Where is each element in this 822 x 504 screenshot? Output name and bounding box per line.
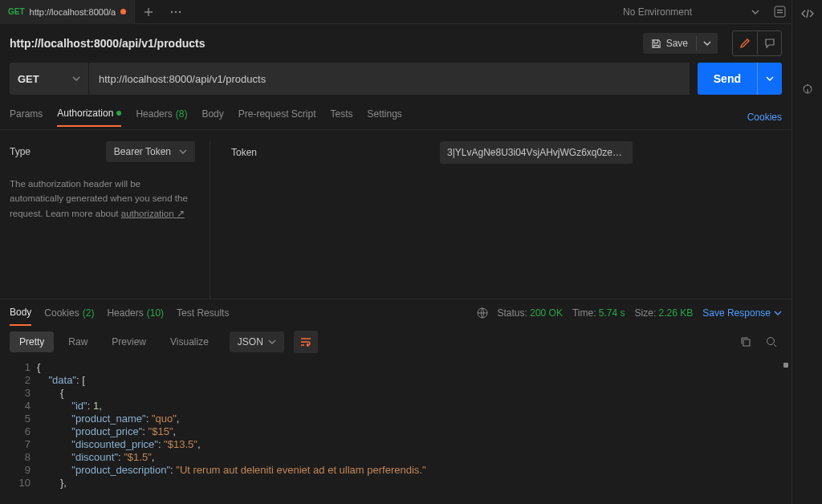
save-button[interactable]: Save bbox=[643, 33, 696, 54]
wrap-lines-icon[interactable] bbox=[294, 331, 318, 353]
response-tab-cookies[interactable]: Cookies (2) bbox=[44, 301, 94, 325]
response-body[interactable]: 12345678910 { "data": [ { "id": 1, "prod… bbox=[0, 358, 791, 504]
tab-headers[interactable]: Headers (8) bbox=[136, 108, 187, 126]
svg-rect-4 bbox=[777, 10, 783, 10]
cookies-link[interactable]: Cookies bbox=[747, 112, 782, 123]
unsaved-indicator-icon bbox=[120, 9, 126, 14]
request-tab[interactable]: GET http://localhost:8000/a bbox=[0, 0, 135, 24]
code-icon[interactable] bbox=[800, 6, 815, 21]
tab-params[interactable]: Params bbox=[10, 108, 43, 126]
response-toolbar: Pretty Raw Preview Visualize JSON bbox=[0, 326, 791, 358]
send-button[interactable]: Send bbox=[698, 63, 757, 95]
save-response-button[interactable]: Save Response bbox=[702, 307, 782, 319]
tab-method: GET bbox=[8, 7, 25, 16]
request-title: http://localhost:8000/api/v1/products bbox=[10, 37, 206, 50]
view-raw[interactable]: Raw bbox=[59, 331, 97, 352]
request-header: http://localhost:8000/api/v1/products Sa… bbox=[0, 24, 791, 63]
response-tab-tests[interactable]: Test Results bbox=[177, 301, 229, 325]
save-button-group: Save bbox=[643, 33, 718, 54]
response-tab-body[interactable]: Body bbox=[10, 300, 31, 326]
request-url-row: GET Send bbox=[0, 63, 791, 95]
auth-help-text: The authorization header will be automat… bbox=[10, 177, 195, 221]
token-input[interactable] bbox=[440, 141, 633, 164]
svg-point-8 bbox=[767, 338, 775, 345]
svg-point-1 bbox=[175, 10, 177, 12]
info-icon[interactable] bbox=[800, 82, 815, 96]
svg-point-2 bbox=[179, 10, 181, 12]
url-input[interactable] bbox=[88, 63, 690, 95]
search-icon[interactable] bbox=[761, 331, 782, 352]
save-options-button[interactable] bbox=[696, 36, 718, 51]
response-tabs: Body Cookies (2) Headers (10) Test Resul… bbox=[0, 299, 791, 326]
auth-type-selector[interactable]: Bearer Token bbox=[106, 141, 195, 162]
authorization-panel: Type Bearer Token The authorization head… bbox=[0, 130, 791, 299]
environment-selector[interactable]: No Environment bbox=[615, 0, 767, 24]
size-label: Size: 2.26 KB bbox=[635, 307, 694, 319]
environment-label: No Environment bbox=[623, 6, 692, 18]
format-selector[interactable]: JSON bbox=[230, 331, 284, 352]
view-pretty[interactable]: Pretty bbox=[10, 331, 54, 352]
edit-icon[interactable] bbox=[733, 31, 757, 55]
response-tab-headers[interactable]: Headers (10) bbox=[107, 301, 164, 325]
token-label: Token bbox=[231, 147, 440, 158]
globe-icon[interactable] bbox=[477, 307, 488, 319]
status-label: Status: 200 OK bbox=[498, 307, 563, 319]
new-tab-button[interactable] bbox=[135, 0, 162, 24]
copy-icon[interactable] bbox=[735, 331, 756, 352]
environment-quicklook-button[interactable] bbox=[767, 0, 791, 24]
svg-rect-7 bbox=[743, 339, 750, 346]
tab-body[interactable]: Body bbox=[201, 108, 223, 126]
right-sidebar bbox=[791, 0, 822, 504]
view-visualize[interactable]: Visualize bbox=[161, 331, 218, 352]
view-preview[interactable]: Preview bbox=[102, 331, 156, 352]
tab-overflow-button[interactable] bbox=[162, 0, 189, 24]
send-options-button[interactable] bbox=[757, 63, 782, 95]
line-gutter: 12345678910 bbox=[0, 358, 37, 504]
comment-icon[interactable] bbox=[757, 31, 781, 55]
authorization-help-link[interactable]: authorization ↗ bbox=[121, 209, 185, 218]
method-selector[interactable]: GET bbox=[10, 63, 88, 95]
tab-title: http://localhost:8000/a bbox=[30, 7, 116, 17]
svg-point-0 bbox=[171, 10, 173, 12]
tab-tests[interactable]: Tests bbox=[330, 108, 352, 126]
minimap-icon bbox=[783, 363, 788, 368]
svg-rect-3 bbox=[775, 6, 785, 17]
active-indicator-icon bbox=[116, 111, 121, 116]
tab-strip: GET http://localhost:8000/a No Environme… bbox=[0, 0, 791, 24]
tab-settings[interactable]: Settings bbox=[368, 108, 402, 126]
tab-prerequest[interactable]: Pre-request Script bbox=[238, 108, 316, 126]
auth-type-label: Type bbox=[10, 146, 31, 157]
json-viewer: { "data": [ { "id": 1, "product_name": "… bbox=[37, 358, 791, 504]
tab-authorization[interactable]: Authorization bbox=[57, 108, 121, 127]
time-label: Time: 5.74 s bbox=[572, 307, 625, 319]
svg-rect-5 bbox=[777, 12, 783, 13]
request-tabs: Params Authorization Headers (8) Body Pr… bbox=[0, 104, 791, 130]
